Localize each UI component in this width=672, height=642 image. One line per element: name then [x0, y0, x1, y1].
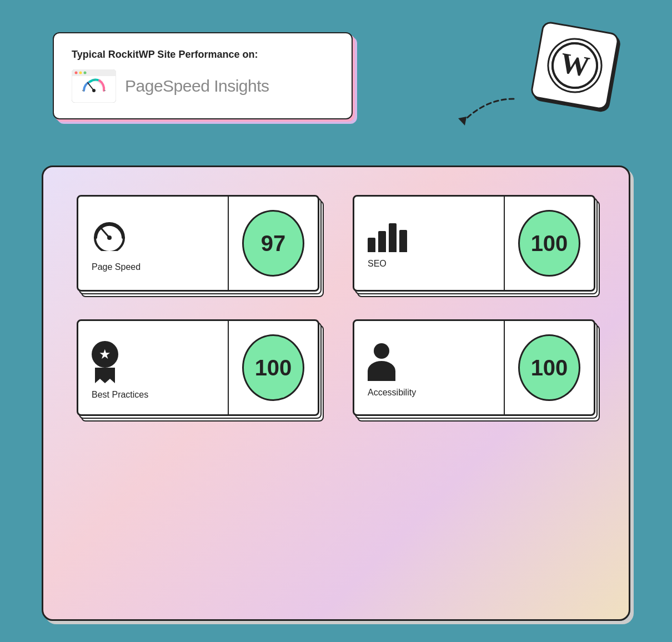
pagespeed-title: Typical RockitWP Site Performance on: [72, 49, 334, 61]
svg-marker-16 [458, 117, 467, 126]
pagespeed-branding: PageSpeed Insights [72, 69, 334, 103]
svg-text:W: W [558, 47, 592, 83]
best-practices-label: Best Practices [92, 390, 148, 400]
page-speed-card: Page Speed 97 [77, 195, 319, 292]
seo-left: SEO [354, 197, 505, 290]
best-practices-right: 100 [229, 321, 318, 414]
seo-label: SEO [368, 259, 387, 269]
pagespeed-name: PageSpeed Insights [125, 77, 269, 96]
seo-score: 100 [518, 210, 580, 277]
svg-rect-2 [72, 73, 116, 76]
svg-point-5 [84, 72, 87, 74]
svg-marker-24 [105, 368, 115, 383]
dashed-arrow-icon [419, 88, 530, 143]
svg-point-22 [107, 235, 112, 240]
seo-card-wrapper: SEO 100 [353, 195, 595, 292]
wordpress-icon: W [543, 33, 607, 98]
best-practices-left: ★ Best Practices [78, 321, 229, 414]
seo-right: 100 [505, 197, 594, 290]
page-speed-left: Page Speed [78, 197, 229, 290]
award-star-icon: ★ [99, 347, 111, 362]
best-practices-card-wrapper: ★ Best Practices 100 [77, 319, 319, 416]
page-speed-card-wrapper: Page Speed 97 [77, 195, 319, 292]
best-practices-card: ★ Best Practices 100 [77, 319, 319, 416]
award-icon: ★ [92, 341, 118, 383]
bar-2 [378, 231, 386, 252]
person-icon [368, 343, 395, 381]
accessibility-card: Accessibility 100 [353, 319, 595, 416]
page-speed-icon [92, 220, 127, 255]
accessibility-label: Accessibility [368, 388, 416, 398]
pagespeed-speedometer-icon [72, 69, 116, 103]
page-speed-score: 97 [242, 210, 304, 277]
award-circle: ★ [92, 341, 118, 368]
seo-card: SEO 100 [353, 195, 595, 292]
main-performance-panel: Page Speed 97 [42, 165, 630, 621]
svg-point-3 [75, 72, 78, 74]
arrow-container [419, 88, 530, 143]
accessibility-left: Accessibility [354, 321, 505, 414]
metrics-grid: Page Speed 97 [77, 195, 595, 416]
accessibility-score: 100 [518, 334, 580, 401]
award-ribbon-icon [95, 368, 115, 383]
pagespeed-card: Typical RockitWP Site Performance on: [53, 32, 353, 119]
best-practices-score: 100 [242, 334, 304, 401]
page-speed-right: 97 [229, 197, 318, 290]
person-head [374, 343, 389, 359]
accessibility-right: 100 [505, 321, 594, 414]
scene: Typical RockitWP Site Performance on: [42, 21, 630, 621]
svg-marker-23 [95, 368, 105, 383]
accessibility-card-wrapper: Accessibility 100 [353, 319, 595, 416]
svg-point-4 [79, 72, 82, 74]
bar-4 [399, 230, 407, 252]
svg-point-8 [92, 89, 96, 92]
wordpress-icon-container: W [530, 21, 620, 111]
bar-chart-icon [368, 223, 407, 252]
speedometer-metric-icon [92, 220, 127, 251]
person-body [368, 361, 395, 381]
bar-3 [389, 223, 397, 252]
bar-1 [368, 238, 375, 252]
page-speed-label: Page Speed [92, 262, 141, 272]
